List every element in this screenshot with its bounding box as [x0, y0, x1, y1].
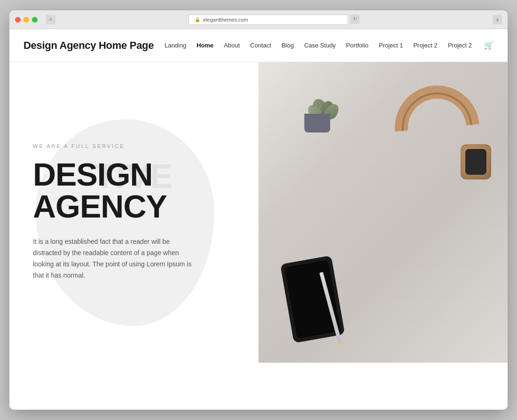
browser-dots	[15, 17, 38, 23]
below-hero	[9, 363, 508, 410]
succulent-pot	[305, 114, 330, 132]
hero-title: DESIGN AGENCY	[33, 158, 235, 222]
browser-nav-controls: ≡	[46, 15, 55, 24]
browser-chrome: ≡ 🔒 elegantthemes.com ↻ +	[9, 10, 508, 29]
hero-title-line2: AGENCY	[33, 188, 167, 224]
refresh-button[interactable]: ↻	[350, 15, 360, 24]
hero-image	[258, 62, 508, 363]
address-bar-container: 🔒 elegantthemes.com ↻	[60, 15, 488, 25]
address-text: elegantthemes.com	[203, 17, 248, 23]
dot-minimize[interactable]	[24, 17, 29, 23]
site-logo[interactable]: Design Agency Home Page	[24, 39, 154, 52]
address-bar[interactable]: 🔒 elegantthemes.com	[188, 15, 348, 25]
hero-title-line1: DESIGN	[33, 156, 153, 192]
hero-description: It is a long established fact that a rea…	[33, 236, 193, 281]
back-button[interactable]: ≡	[46, 15, 55, 24]
site-navigation: Design Agency Home Page Landing Home Abo…	[9, 29, 508, 62]
lock-icon: 🔒	[195, 17, 200, 22]
headphones-image	[385, 81, 498, 194]
dot-close[interactable]	[15, 17, 21, 23]
hero-subtitle: WE ARE A FULL SERVICE	[33, 143, 235, 149]
hero-content: WE ARE A FULL SERVICE DESIGN AGENCY It i…	[33, 143, 235, 281]
cart-icon[interactable]: 🛒	[484, 41, 494, 50]
nav-link-landing[interactable]: Landing	[164, 42, 186, 49]
nav-link-blog[interactable]: Blog	[282, 42, 294, 49]
hero-right	[258, 62, 508, 363]
hero-left: TIVE WE ARE A FULL SERVICE DESIGN AGENCY…	[9, 62, 258, 363]
headphone-cup-right	[461, 144, 491, 179]
nav-link-portfolio[interactable]: Portfolio	[346, 42, 368, 49]
succulent-plant-image	[296, 90, 338, 132]
website-content: Design Agency Home Page Landing Home Abo…	[9, 29, 508, 410]
hero-section: TIVE WE ARE A FULL SERVICE DESIGN AGENCY…	[9, 62, 508, 363]
nav-link-project1[interactable]: Project 1	[379, 42, 403, 49]
hero-image-bg	[258, 62, 508, 363]
nav-link-case-study[interactable]: Case Study	[304, 42, 336, 49]
nav-link-contact[interactable]: Contact	[250, 42, 271, 49]
device-screen	[284, 260, 340, 339]
dot-fullscreen[interactable]	[32, 17, 38, 23]
nav-link-about[interactable]: About	[224, 42, 240, 49]
nav-link-project2[interactable]: Project 2	[413, 42, 437, 49]
browser-right-controls: +	[493, 15, 502, 24]
nav-link-project2b[interactable]: Project 2	[448, 42, 472, 49]
nav-link-home[interactable]: Home	[196, 42, 213, 49]
nav-links: Landing Home About Contact Blog Case Stu…	[164, 41, 494, 50]
new-tab-button[interactable]: +	[493, 15, 502, 24]
browser-window: ≡ 🔒 elegantthemes.com ↻ + Design Agency …	[9, 10, 508, 410]
